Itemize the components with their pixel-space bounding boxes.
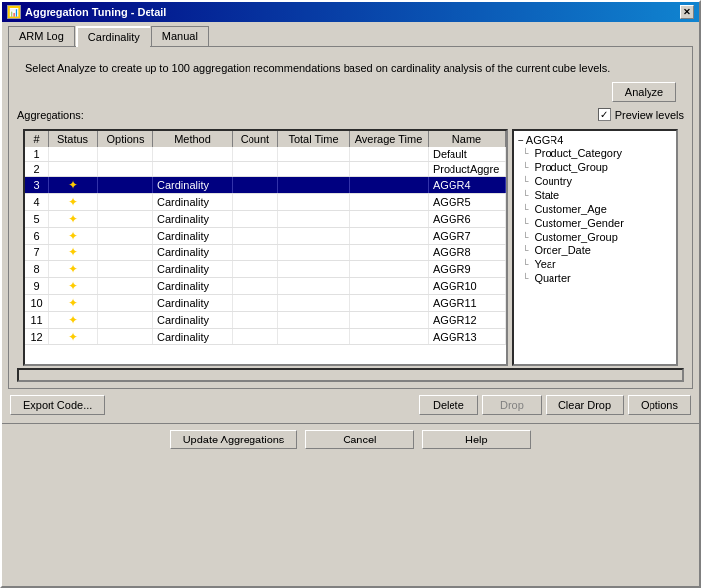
tree-item[interactable]: └Customer_Gender [516,216,674,230]
delete-button[interactable]: Delete [419,395,478,415]
cell-num: 3 [25,177,49,193]
tab-arm-log[interactable]: ARM Log [8,26,75,46]
col-header-method: Method [153,131,233,147]
cell-avgtime [350,211,429,227]
cell-totaltime [278,162,350,176]
table-row[interactable]: 3✦CardinalityAGGR4 [25,177,506,194]
drop-button[interactable]: Drop [482,395,542,415]
cell-options [98,329,153,344]
tree-item[interactable]: └Product_Group [516,160,674,174]
tree-item[interactable]: └State [516,188,674,202]
bottom-buttons: Export Code... Delete Drop Clear Drop Op… [2,389,699,419]
cell-options [98,278,153,294]
grid-body[interactable]: 1Default2ProductAggre3✦CardinalityAGGR44… [25,147,506,364]
cancel-button[interactable]: Cancel [305,430,414,449]
help-button[interactable]: Help [422,430,531,449]
cell-method: Cardinality [153,312,233,328]
clear-drop-button[interactable]: Clear Drop [546,395,624,415]
cell-method: Cardinality [153,194,233,210]
preview-levels-label: Preview levels [615,109,684,121]
cell-method [153,147,233,161]
table-row[interactable]: 5✦CardinalityAGGR6 [25,211,506,228]
cell-options [98,261,153,277]
cell-status: ✦ [49,228,98,244]
tree-item[interactable]: └Order_Date [516,244,674,257]
analyze-button[interactable]: Analyze [612,82,676,102]
tree-item-label: Quarter [534,272,570,284]
cell-totaltime [278,228,350,244]
table-row[interactable]: 11✦CardinalityAGGR12 [25,312,506,329]
cell-name: AGGR11 [429,295,506,311]
tree-line: └ [522,273,528,283]
table-row[interactable]: 8✦CardinalityAGGR9 [25,261,506,278]
table-row[interactable]: 10✦CardinalityAGGR11 [25,295,506,312]
cell-status: ✦ [49,211,98,227]
tree-item[interactable]: └Customer_Age [516,202,674,216]
tab-bar: ARM Log Cardinality Manual [2,22,699,46]
update-aggregations-button[interactable]: Update Aggregations [170,430,298,449]
tree-item[interactable]: └Year [516,257,674,271]
cell-status: ✦ [49,177,98,193]
table-row[interactable]: 1Default [25,147,506,162]
cell-method: Cardinality [153,177,233,193]
tree-item-label: Customer_Gender [534,217,624,229]
cell-avgtime [350,295,429,311]
table-row[interactable]: 12✦CardinalityAGGR13 [25,329,506,345]
tree-item[interactable]: └Customer_Group [516,230,674,244]
export-code-button[interactable]: Export Code... [10,395,105,415]
tab-manual[interactable]: Manual [151,26,209,46]
title-bar: 📊 Aggregation Tuning - Detail ✕ [2,2,699,22]
cell-avgtime [350,278,429,294]
cell-name: AGGR5 [429,194,506,210]
table-row[interactable]: 2ProductAggre [25,162,506,177]
table-row[interactable]: 4✦CardinalityAGGR5 [25,194,506,211]
cell-num: 1 [25,147,49,161]
preview-checkbox[interactable]: ✓ [598,108,611,121]
cell-method: Cardinality [153,261,233,277]
aggregations-grid[interactable]: # Status Options Method Count Total Time… [23,129,508,366]
table-row[interactable]: 7✦CardinalityAGGR8 [25,245,506,261]
horizontal-scrollbar[interactable] [17,368,684,382]
footer-buttons: Update Aggregations Cancel Help [2,423,699,457]
cell-avgtime [350,162,429,176]
tree-item[interactable]: └Country [516,174,674,188]
tree-item[interactable]: └Product_Category [516,147,674,160]
tree-root[interactable]: − AGGR4 [516,133,674,147]
cell-status: ✦ [49,194,98,210]
cell-name: Default [429,147,506,161]
cell-num: 2 [25,162,49,176]
main-content: # Status Options Method Count Total Time… [15,129,686,366]
table-row[interactable]: 6✦CardinalityAGGR7 [25,228,506,245]
table-row[interactable]: 9✦CardinalityAGGR10 [25,278,506,295]
cell-num: 9 [25,278,49,294]
cell-totaltime [278,147,350,161]
cell-options [98,177,153,193]
options-button[interactable]: Options [628,395,691,415]
cell-name: AGGR8 [429,245,506,260]
cell-num: 12 [25,329,49,344]
tree-line: └ [522,176,528,186]
cell-avgtime [350,261,429,277]
preview-levels-check[interactable]: ✓ Preview levels [598,108,684,121]
col-header-status: Status [49,131,98,147]
tree-item-label: Customer_Age [534,203,606,215]
tab-cardinality[interactable]: Cardinality [76,26,150,47]
tree-item[interactable]: └Quarter [516,271,674,285]
cell-count [233,329,278,344]
aggregations-label: Aggregations: [17,109,84,121]
cell-name: AGGR9 [429,261,506,277]
cell-count [233,194,278,210]
cell-num: 8 [25,261,49,277]
window-title: Aggregation Tuning - Detail [25,6,166,18]
cell-status [49,147,98,161]
close-button[interactable]: ✕ [680,5,694,19]
cell-method: Cardinality [153,329,233,344]
cell-count [233,177,278,193]
cell-avgtime [350,147,429,161]
cell-name: AGGR12 [429,312,506,328]
cell-avgtime [350,245,429,260]
cell-status: ✦ [49,261,98,277]
cell-count [233,278,278,294]
col-header-options: Options [98,131,153,147]
cell-status: ✦ [49,245,98,260]
